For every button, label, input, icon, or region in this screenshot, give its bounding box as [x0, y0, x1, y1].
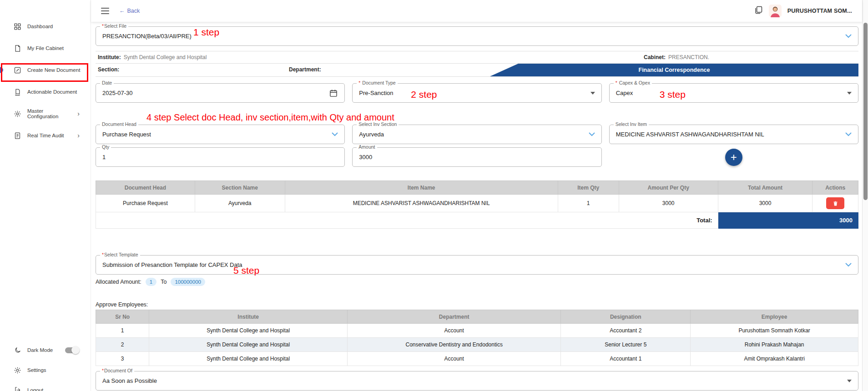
- cabinet-label: Cabinet:: [644, 54, 666, 60]
- cabinet-group: Cabinet: PRESANCTION.: [644, 51, 709, 63]
- toggle-knob: [71, 346, 80, 354]
- amount-field[interactable]: Amount: [352, 147, 601, 167]
- col-institute: Institute: [149, 310, 348, 324]
- qty-input[interactable]: [102, 154, 338, 160]
- annotation-step-4: 4 step Select doc Head, inv section,item…: [146, 113, 858, 122]
- document-type-dropdown[interactable]: * Document Type Pre-Sanction 2 step: [352, 83, 601, 103]
- sidebar-item-create-new-document[interactable]: Create New Document: [0, 59, 91, 81]
- approve-employees-title: Approve Employees:: [96, 301, 858, 308]
- cell-amount-per-qty: 3000: [619, 195, 718, 212]
- items-table-header-row: Document Head Section Name Item Name Ite…: [96, 181, 858, 195]
- inv-section-label: Select Inv Section: [357, 121, 399, 127]
- approve-employees-table: Sr No Institute Department Designation E…: [96, 310, 858, 366]
- hamburger-menu-icon[interactable]: [101, 8, 109, 14]
- sidebar-item-master-configuration[interactable]: Master Configuration ›: [0, 103, 91, 125]
- settings-gear-icon: [14, 366, 21, 374]
- chevron-right-icon: ›: [77, 110, 91, 117]
- document-of-value: Aa Soon as Possible: [102, 377, 157, 384]
- allocated-amount-label: Allocated Amount:: [96, 279, 141, 285]
- sidebar-item-dashboard[interactable]: Dashboard: [0, 15, 91, 37]
- page-content: *Select File PRESANCTION(Beta/03/All/PRE…: [91, 22, 862, 391]
- sidebar-bottom-group: Dark Mode Settings Logout: [0, 340, 91, 391]
- sidebar-item-label: My File Cabinet: [27, 45, 64, 51]
- section-banner: Financial Correspondence: [490, 64, 858, 76]
- sidebar: Dashboard My File Cabinet Create New Doc…: [0, 0, 91, 391]
- sidebar-item-actionable-document[interactable]: Actionable Document: [0, 81, 91, 103]
- document-of-dropdown[interactable]: *Document Of Aa Soon as Possible: [96, 371, 858, 391]
- date-input[interactable]: [102, 90, 329, 96]
- inv-section-dropdown[interactable]: Select Inv Section Ayurveda: [352, 125, 601, 144]
- gear-icon: [14, 110, 21, 118]
- chevron-down-icon: [589, 132, 595, 136]
- select-file-value: PRESANCTION(Beta/03/All/PRE): [102, 33, 192, 40]
- back-arrow-icon: ←: [119, 8, 125, 14]
- main-area: ← Back PURUSHOTTAM SOM...: [91, 0, 862, 391]
- add-item-button[interactable]: +: [725, 149, 742, 166]
- cell-designation: Accountant 1: [561, 352, 691, 366]
- sidebar-item-my-file-cabinet[interactable]: My File Cabinet: [0, 37, 91, 59]
- qty-amount-row: Qty Amount +: [96, 147, 858, 167]
- capex-opex-value: Capex: [616, 90, 633, 96]
- cell-sr-no: 1: [96, 324, 149, 338]
- allocated-from-chip: 1: [146, 278, 156, 286]
- audit-icon: [14, 132, 21, 140]
- institute-value: Synth Dental College and Hospital: [124, 54, 207, 60]
- vertical-scrollbar[interactable]: [862, 0, 868, 391]
- file-copy-icon[interactable]: [754, 5, 763, 16]
- items-table: Document Head Section Name Item Name Ite…: [96, 180, 858, 229]
- sidebar-item-dark-mode[interactable]: Dark Mode: [0, 340, 91, 360]
- sidebar-item-settings[interactable]: Settings: [0, 360, 91, 380]
- dark-mode-toggle[interactable]: [65, 347, 79, 353]
- date-type-capex-row: Date * Document Type Pre-Sanction 2 step…: [96, 83, 858, 103]
- capex-opex-dropdown[interactable]: * Capex & Opex Capex 3 step: [609, 83, 858, 103]
- app-window: Dashboard My File Cabinet Create New Doc…: [0, 0, 868, 391]
- cell-department: Conservative Dentistry and Endodontics: [348, 338, 561, 352]
- inv-item-dropdown[interactable]: Select Inv Item MEDICINE ASHVARIST ASHWA…: [609, 125, 858, 144]
- cell-designation: Accountant 2: [561, 324, 691, 338]
- dropdown-arrow-icon: [847, 380, 852, 382]
- cell-institute: Synth Dental College and Hospital: [149, 338, 348, 352]
- sidebar-item-label: Logout: [27, 387, 43, 391]
- scrollbar-thumb[interactable]: [863, 23, 868, 200]
- institute-label: Institute:: [98, 54, 121, 60]
- allocated-to-chip: 100000000: [171, 278, 205, 286]
- cell-item-name: MEDICINE ASHVARIST ASHWAGANDHARISHTAM NI…: [285, 195, 558, 212]
- department-label: Department:: [289, 66, 321, 73]
- col-department: Department: [348, 310, 561, 324]
- calendar-icon[interactable]: [329, 89, 338, 98]
- date-field[interactable]: Date: [96, 83, 345, 103]
- document-type-value: Pre-Sanction: [359, 90, 393, 96]
- col-document-head: Document Head: [96, 181, 195, 195]
- back-button[interactable]: ← Back: [119, 8, 140, 14]
- sidebar-item-label: Actionable Document: [27, 89, 77, 95]
- allocated-amount-row: Allocated Amount: 1 To 100000000: [96, 278, 858, 286]
- moon-icon: [14, 346, 21, 354]
- amount-input[interactable]: [359, 154, 595, 160]
- sidebar-item-real-time-audit[interactable]: Real Time Audit ›: [0, 125, 91, 146]
- sidebar-item-logout[interactable]: Logout: [0, 380, 91, 391]
- active-indicator-dot: [0, 67, 3, 73]
- back-label: Back: [127, 8, 140, 14]
- document-head-label: Document Head: [100, 121, 138, 127]
- chevron-down-icon: [845, 263, 852, 267]
- section-label: Section:: [98, 66, 119, 73]
- total-label: Total:: [96, 212, 718, 229]
- delete-row-button[interactable]: [826, 197, 844, 209]
- qty-label: Qty: [100, 144, 111, 150]
- col-amount-per-qty: Amount Per Qty: [619, 181, 718, 195]
- col-total-amount: Total Amount: [718, 181, 812, 195]
- user-avatar[interactable]: [769, 5, 782, 17]
- section-department-row: Section: Department: Financial Correspon…: [96, 64, 858, 76]
- total-value: 3000: [718, 212, 858, 229]
- document-head-dropdown[interactable]: Document Head Purchase Request: [96, 125, 345, 144]
- col-sr-no: Sr No: [96, 310, 149, 324]
- qty-field[interactable]: Qty: [96, 147, 345, 167]
- file-cabinet-icon: [14, 45, 21, 52]
- user-name: PURUSHOTTAM SOM...: [787, 8, 852, 14]
- cell-document-head: Purchase Request: [96, 195, 195, 212]
- cell-section-name: Ayurveda: [195, 195, 285, 212]
- select-template-dropdown[interactable]: *Select Template Submission of Presancti…: [96, 255, 858, 275]
- dropdown-arrow-icon: [590, 92, 595, 95]
- document-of-label: *Document Of: [100, 368, 134, 373]
- select-file-dropdown[interactable]: *Select File PRESANCTION(Beta/03/All/PRE…: [96, 26, 858, 46]
